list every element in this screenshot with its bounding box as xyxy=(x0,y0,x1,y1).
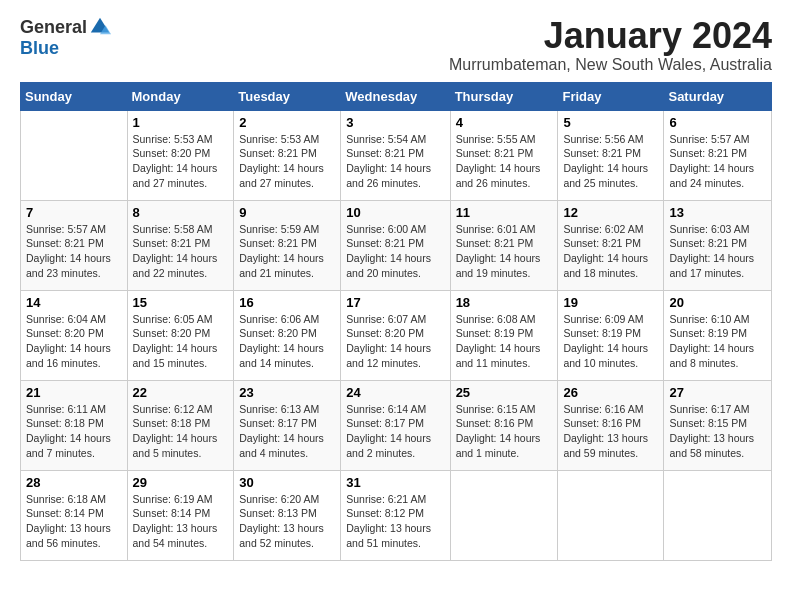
calendar-subtitle: Murrumbateman, New South Wales, Australi… xyxy=(449,56,772,74)
header-day-thursday: Thursday xyxy=(450,82,558,110)
day-number: 11 xyxy=(456,205,553,220)
day-info: Sunrise: 5:58 AM Sunset: 8:21 PM Dayligh… xyxy=(133,222,229,281)
calendar-cell: 7Sunrise: 5:57 AM Sunset: 8:21 PM Daylig… xyxy=(21,200,128,290)
calendar-cell: 21Sunrise: 6:11 AM Sunset: 8:18 PM Dayli… xyxy=(21,380,128,470)
day-number: 24 xyxy=(346,385,444,400)
calendar-cell: 27Sunrise: 6:17 AM Sunset: 8:15 PM Dayli… xyxy=(664,380,772,470)
day-info: Sunrise: 6:06 AM Sunset: 8:20 PM Dayligh… xyxy=(239,312,335,371)
day-info: Sunrise: 6:01 AM Sunset: 8:21 PM Dayligh… xyxy=(456,222,553,281)
calendar-cell: 4Sunrise: 5:55 AM Sunset: 8:21 PM Daylig… xyxy=(450,110,558,200)
calendar-cell: 28Sunrise: 6:18 AM Sunset: 8:14 PM Dayli… xyxy=(21,470,128,560)
calendar-cell: 19Sunrise: 6:09 AM Sunset: 8:19 PM Dayli… xyxy=(558,290,664,380)
day-number: 30 xyxy=(239,475,335,490)
day-info: Sunrise: 6:15 AM Sunset: 8:16 PM Dayligh… xyxy=(456,402,553,461)
day-number: 22 xyxy=(133,385,229,400)
header-day-tuesday: Tuesday xyxy=(234,82,341,110)
header-day-friday: Friday xyxy=(558,82,664,110)
calendar-cell xyxy=(450,470,558,560)
calendar-cell: 15Sunrise: 6:05 AM Sunset: 8:20 PM Dayli… xyxy=(127,290,234,380)
calendar-cell: 31Sunrise: 6:21 AM Sunset: 8:12 PM Dayli… xyxy=(341,470,450,560)
day-number: 27 xyxy=(669,385,766,400)
day-number: 2 xyxy=(239,115,335,130)
calendar-cell: 25Sunrise: 6:15 AM Sunset: 8:16 PM Dayli… xyxy=(450,380,558,470)
day-number: 25 xyxy=(456,385,553,400)
day-info: Sunrise: 6:12 AM Sunset: 8:18 PM Dayligh… xyxy=(133,402,229,461)
day-number: 19 xyxy=(563,295,658,310)
title-area: January 2024 Murrumbateman, New South Wa… xyxy=(449,16,772,74)
calendar-header: SundayMondayTuesdayWednesdayThursdayFrid… xyxy=(21,82,772,110)
day-number: 18 xyxy=(456,295,553,310)
day-number: 17 xyxy=(346,295,444,310)
day-number: 20 xyxy=(669,295,766,310)
day-number: 23 xyxy=(239,385,335,400)
calendar-cell: 23Sunrise: 6:13 AM Sunset: 8:17 PM Dayli… xyxy=(234,380,341,470)
day-number: 9 xyxy=(239,205,335,220)
calendar-cell xyxy=(21,110,128,200)
calendar-cell: 20Sunrise: 6:10 AM Sunset: 8:19 PM Dayli… xyxy=(664,290,772,380)
day-number: 31 xyxy=(346,475,444,490)
calendar-week-4: 28Sunrise: 6:18 AM Sunset: 8:14 PM Dayli… xyxy=(21,470,772,560)
calendar-cell: 8Sunrise: 5:58 AM Sunset: 8:21 PM Daylig… xyxy=(127,200,234,290)
logo-blue-text: Blue xyxy=(20,38,59,59)
calendar-table: SundayMondayTuesdayWednesdayThursdayFrid… xyxy=(20,82,772,561)
day-number: 3 xyxy=(346,115,444,130)
calendar-cell: 30Sunrise: 6:20 AM Sunset: 8:13 PM Dayli… xyxy=(234,470,341,560)
day-number: 29 xyxy=(133,475,229,490)
calendar-cell: 18Sunrise: 6:08 AM Sunset: 8:19 PM Dayli… xyxy=(450,290,558,380)
day-number: 5 xyxy=(563,115,658,130)
calendar-cell: 6Sunrise: 5:57 AM Sunset: 8:21 PM Daylig… xyxy=(664,110,772,200)
day-info: Sunrise: 6:18 AM Sunset: 8:14 PM Dayligh… xyxy=(26,492,122,551)
calendar-cell: 12Sunrise: 6:02 AM Sunset: 8:21 PM Dayli… xyxy=(558,200,664,290)
day-number: 28 xyxy=(26,475,122,490)
day-info: Sunrise: 6:09 AM Sunset: 8:19 PM Dayligh… xyxy=(563,312,658,371)
header-day-sunday: Sunday xyxy=(21,82,128,110)
day-info: Sunrise: 6:08 AM Sunset: 8:19 PM Dayligh… xyxy=(456,312,553,371)
day-number: 15 xyxy=(133,295,229,310)
day-info: Sunrise: 6:00 AM Sunset: 8:21 PM Dayligh… xyxy=(346,222,444,281)
day-info: Sunrise: 6:20 AM Sunset: 8:13 PM Dayligh… xyxy=(239,492,335,551)
header-row: SundayMondayTuesdayWednesdayThursdayFrid… xyxy=(21,82,772,110)
day-info: Sunrise: 5:57 AM Sunset: 8:21 PM Dayligh… xyxy=(669,132,766,191)
day-info: Sunrise: 6:21 AM Sunset: 8:12 PM Dayligh… xyxy=(346,492,444,551)
calendar-week-0: 1Sunrise: 5:53 AM Sunset: 8:20 PM Daylig… xyxy=(21,110,772,200)
calendar-cell: 9Sunrise: 5:59 AM Sunset: 8:21 PM Daylig… xyxy=(234,200,341,290)
day-number: 14 xyxy=(26,295,122,310)
page-header: General Blue January 2024 Murrumbateman,… xyxy=(20,16,772,74)
calendar-cell: 17Sunrise: 6:07 AM Sunset: 8:20 PM Dayli… xyxy=(341,290,450,380)
calendar-week-2: 14Sunrise: 6:04 AM Sunset: 8:20 PM Dayli… xyxy=(21,290,772,380)
calendar-cell: 3Sunrise: 5:54 AM Sunset: 8:21 PM Daylig… xyxy=(341,110,450,200)
calendar-cell: 16Sunrise: 6:06 AM Sunset: 8:20 PM Dayli… xyxy=(234,290,341,380)
day-number: 26 xyxy=(563,385,658,400)
calendar-cell: 11Sunrise: 6:01 AM Sunset: 8:21 PM Dayli… xyxy=(450,200,558,290)
day-number: 13 xyxy=(669,205,766,220)
day-number: 21 xyxy=(26,385,122,400)
calendar-week-1: 7Sunrise: 5:57 AM Sunset: 8:21 PM Daylig… xyxy=(21,200,772,290)
day-info: Sunrise: 6:16 AM Sunset: 8:16 PM Dayligh… xyxy=(563,402,658,461)
day-number: 16 xyxy=(239,295,335,310)
day-info: Sunrise: 6:13 AM Sunset: 8:17 PM Dayligh… xyxy=(239,402,335,461)
header-day-saturday: Saturday xyxy=(664,82,772,110)
calendar-body: 1Sunrise: 5:53 AM Sunset: 8:20 PM Daylig… xyxy=(21,110,772,560)
day-number: 8 xyxy=(133,205,229,220)
calendar-cell: 26Sunrise: 6:16 AM Sunset: 8:16 PM Dayli… xyxy=(558,380,664,470)
logo-general-text: General xyxy=(20,17,87,38)
day-info: Sunrise: 5:53 AM Sunset: 8:21 PM Dayligh… xyxy=(239,132,335,191)
calendar-cell xyxy=(558,470,664,560)
day-info: Sunrise: 6:04 AM Sunset: 8:20 PM Dayligh… xyxy=(26,312,122,371)
day-info: Sunrise: 6:03 AM Sunset: 8:21 PM Dayligh… xyxy=(669,222,766,281)
calendar-cell: 2Sunrise: 5:53 AM Sunset: 8:21 PM Daylig… xyxy=(234,110,341,200)
day-info: Sunrise: 6:07 AM Sunset: 8:20 PM Dayligh… xyxy=(346,312,444,371)
calendar-title: January 2024 xyxy=(449,16,772,56)
day-info: Sunrise: 5:54 AM Sunset: 8:21 PM Dayligh… xyxy=(346,132,444,191)
calendar-cell: 13Sunrise: 6:03 AM Sunset: 8:21 PM Dayli… xyxy=(664,200,772,290)
calendar-cell: 10Sunrise: 6:00 AM Sunset: 8:21 PM Dayli… xyxy=(341,200,450,290)
calendar-cell: 29Sunrise: 6:19 AM Sunset: 8:14 PM Dayli… xyxy=(127,470,234,560)
day-number: 12 xyxy=(563,205,658,220)
day-number: 4 xyxy=(456,115,553,130)
calendar-cell: 22Sunrise: 6:12 AM Sunset: 8:18 PM Dayli… xyxy=(127,380,234,470)
header-day-wednesday: Wednesday xyxy=(341,82,450,110)
calendar-week-3: 21Sunrise: 6:11 AM Sunset: 8:18 PM Dayli… xyxy=(21,380,772,470)
day-number: 1 xyxy=(133,115,229,130)
day-info: Sunrise: 6:05 AM Sunset: 8:20 PM Dayligh… xyxy=(133,312,229,371)
day-info: Sunrise: 5:56 AM Sunset: 8:21 PM Dayligh… xyxy=(563,132,658,191)
